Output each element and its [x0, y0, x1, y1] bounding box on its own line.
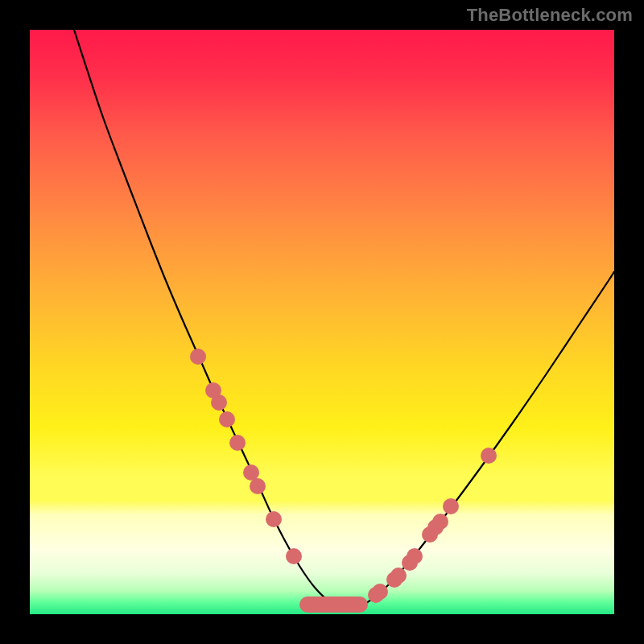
- data-marker: [286, 548, 302, 564]
- watermark-text: TheBottleneck.com: [467, 5, 633, 26]
- data-marker: [211, 394, 227, 411]
- curve-line: [74, 30, 614, 609]
- data-marker: [372, 584, 388, 600]
- data-marker: [219, 411, 235, 427]
- data-marker: [481, 448, 497, 464]
- chart-frame: TheBottleneck.com: [0, 0, 644, 644]
- plot-area: [30, 30, 614, 614]
- chart-svg: [30, 30, 614, 614]
- data-marker: [243, 464, 259, 481]
- data-marker: [266, 511, 282, 527]
- data-marker: [190, 349, 206, 365]
- data-marker: [390, 568, 407, 584]
- data-marker: [443, 498, 459, 514]
- data-marker: [407, 548, 423, 564]
- data-marker: [229, 435, 246, 451]
- left-markers: [190, 349, 302, 564]
- bottleneck-curve: [74, 30, 614, 609]
- data-marker: [250, 478, 266, 494]
- data-marker: [432, 514, 448, 530]
